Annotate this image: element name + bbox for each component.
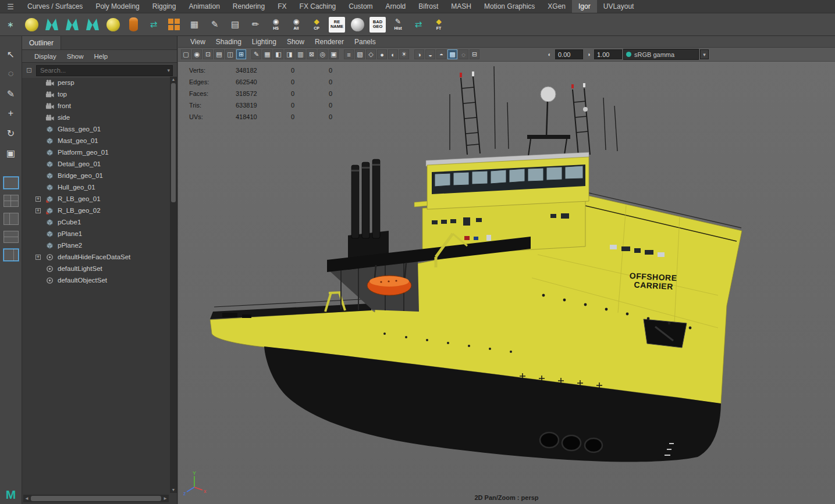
menu-custom[interactable]: Custom: [342, 0, 379, 13]
menu-icon[interactable]: ☰: [0, 0, 21, 13]
menu-poly-modeling[interactable]: Poly Modeling: [89, 0, 145, 13]
xray-icon[interactable]: ▧: [355, 49, 365, 59]
scrollbar-thumb[interactable]: [31, 496, 161, 501]
menu-fx-caching[interactable]: FX Caching: [293, 0, 343, 13]
rotate-tool[interactable]: ↻: [2, 123, 20, 143]
resolution-gate-icon[interactable]: ◨: [285, 49, 294, 59]
move-tool[interactable]: +: [2, 103, 20, 123]
shelf-all-button[interactable]: ◉All: [287, 15, 305, 34]
gamma-icon[interactable]: ◑: [584, 51, 593, 58]
shelf-center-pivot-button[interactable]: ◆CP: [308, 15, 325, 34]
wireframe-icon[interactable]: ◇: [366, 49, 376, 59]
outliner-item-pplane1[interactable]: pPlane1: [22, 228, 170, 240]
shelf-shaded-sphere-button[interactable]: [104, 15, 122, 34]
scale-tool[interactable]: ▣: [2, 143, 20, 163]
outliner-menu-help[interactable]: Help: [89, 53, 113, 60]
menu-fx[interactable]: FX: [271, 0, 293, 13]
menu-curves-surfaces[interactable]: Curves / Surfaces: [21, 0, 89, 13]
exposure-field[interactable]: 0.00: [555, 49, 583, 59]
outliner-item-pcube1[interactable]: pCube1: [22, 216, 170, 228]
shelf-mash-world-button[interactable]: [63, 15, 81, 34]
lasso-select-tool[interactable]: ◌: [2, 64, 20, 84]
depth-of-field-icon[interactable]: ◌: [459, 49, 468, 59]
viewport-menu-renderer[interactable]: Renderer: [310, 38, 349, 46]
outliner-menu-display[interactable]: Display: [29, 53, 62, 60]
layout-two-pane-side[interactable]: [3, 213, 19, 225]
menu-mash[interactable]: MASH: [445, 0, 478, 13]
outliner-item-front[interactable]: front: [22, 100, 170, 112]
shelf-hs-button[interactable]: ◉HS: [267, 15, 285, 34]
menu-xgen[interactable]: XGen: [541, 0, 572, 13]
outliner-item-bridge-geo[interactable]: Bridge_geo_01: [22, 170, 170, 181]
outliner-item-glass-geo[interactable]: Glass_geo_01: [22, 123, 170, 135]
outliner-item-rlb-geo-01[interactable]: +R_LB_geo_01: [22, 193, 170, 205]
select-tool[interactable]: ↖: [2, 44, 20, 64]
shadows-icon[interactable]: ◑: [414, 49, 424, 59]
search-input[interactable]: [39, 66, 167, 74]
film-gate-icon[interactable]: ◧: [273, 49, 283, 59]
outliner-item-hull-geo[interactable]: Hull_geo_01: [22, 181, 170, 193]
layout-four-pane[interactable]: [3, 195, 19, 207]
menu-motion-graphics[interactable]: Motion Graphics: [478, 0, 541, 13]
scroll-down-icon[interactable]: ▼: [172, 487, 176, 493]
outliner-item-persp[interactable]: persp: [22, 77, 170, 88]
camera-select-icon[interactable]: ▢: [181, 49, 191, 59]
menu-rigging[interactable]: Rigging: [146, 0, 183, 13]
ssao-icon[interactable]: ◒: [425, 49, 435, 59]
viewport-menu-shading[interactable]: Shading: [211, 38, 247, 46]
outliner-horizontal-scrollbar[interactable]: ◄ ►: [23, 495, 169, 502]
shelf-quick-draw-button[interactable]: ✏: [247, 15, 264, 34]
gate-mask-icon[interactable]: ▥: [296, 49, 305, 59]
menu-animation[interactable]: Animation: [182, 0, 226, 13]
layout-single-pane[interactable]: [3, 177, 19, 189]
viewport-menu-show[interactable]: Show: [282, 38, 310, 46]
outliner-item-pplane2[interactable]: pPlane2: [22, 240, 170, 251]
expand-icon[interactable]: +: [35, 255, 41, 260]
shelf-swap-transfer-button[interactable]: ⇄: [410, 15, 427, 34]
bookmarks-icon[interactable]: ▤: [214, 49, 224, 59]
camera-lock-icon[interactable]: ◉: [192, 49, 202, 59]
grid-icon[interactable]: ▦: [262, 49, 272, 59]
outliner-item-detail-geo[interactable]: Detail_geo_01: [22, 158, 170, 170]
shaded-icon[interactable]: ●: [377, 49, 387, 59]
shelf-duplicate-grid-button[interactable]: [165, 15, 183, 34]
grease-pencil-icon[interactable]: ✎: [251, 49, 261, 59]
shelf-mash-falloff-button[interactable]: [84, 15, 101, 34]
motion-blur-icon[interactable]: ◓: [436, 49, 446, 59]
gamma-field[interactable]: 1.00: [594, 49, 622, 59]
shelf-poly-sphere-button[interactable]: [23, 15, 40, 34]
shelf-options-icon[interactable]: ∗: [1, 20, 20, 29]
expand-icon[interactable]: +: [35, 196, 41, 202]
menu-rendering[interactable]: Rendering: [226, 0, 271, 13]
layout-two-pane-stacked[interactable]: [3, 231, 19, 243]
color-transform-dropdown[interactable]: sRGB gamma: [623, 49, 699, 60]
outliner-tab[interactable]: Outliner: [22, 36, 61, 49]
shelf-freeze-transform-button[interactable]: ◆FT: [430, 15, 447, 34]
viewport-menu-lighting[interactable]: Lighting: [247, 38, 282, 46]
hud-toggle-icon[interactable]: ≡: [344, 49, 354, 59]
camera-attributes-icon[interactable]: ⊡: [203, 49, 213, 59]
viewport-canvas[interactable]: OFFSHORE CARRIER Verts:34818200 Edges:66…: [178, 62, 835, 504]
outliner-menu-show[interactable]: Show: [62, 53, 89, 60]
expand-icon[interactable]: +: [35, 208, 41, 213]
outliner-item-mast-geo[interactable]: Mast_geo_01: [22, 135, 170, 146]
shelf-blinn-sphere-button[interactable]: [349, 15, 366, 34]
paint-select-tool[interactable]: ✎: [2, 84, 20, 103]
scroll-right-icon[interactable]: ►: [162, 496, 169, 501]
shelf-grid-fill-button[interactable]: ▤: [226, 15, 244, 34]
textured-icon[interactable]: ◐: [388, 49, 398, 59]
shelf-mash-network-button[interactable]: [43, 15, 61, 34]
viewport-menu-panels[interactable]: Panels: [349, 38, 381, 46]
shelf-delete-history-button[interactable]: ✎Hist: [389, 15, 407, 34]
multisample-icon[interactable]: ▩: [447, 49, 457, 59]
outliner-item-default-hide-face-dataset[interactable]: +defaultHideFaceDataSet: [22, 251, 170, 263]
exposure-icon[interactable]: ◐: [545, 51, 554, 58]
outliner-item-default-light-set[interactable]: defaultLightSet: [22, 263, 170, 274]
shelf-mirror-geometry-button[interactable]: ⇄: [145, 15, 162, 34]
pan-zoom-icon[interactable]: ⊞: [236, 49, 246, 59]
search-box[interactable]: ▾: [36, 65, 173, 76]
menu-uvlayout[interactable]: UVLayout: [597, 0, 641, 13]
shelf-poly-cylinder-button[interactable]: [125, 15, 142, 34]
viewport-menu-view[interactable]: View: [185, 38, 211, 46]
outliner-item-rlb-geo-02[interactable]: +R_LB_geo_02: [22, 205, 170, 216]
